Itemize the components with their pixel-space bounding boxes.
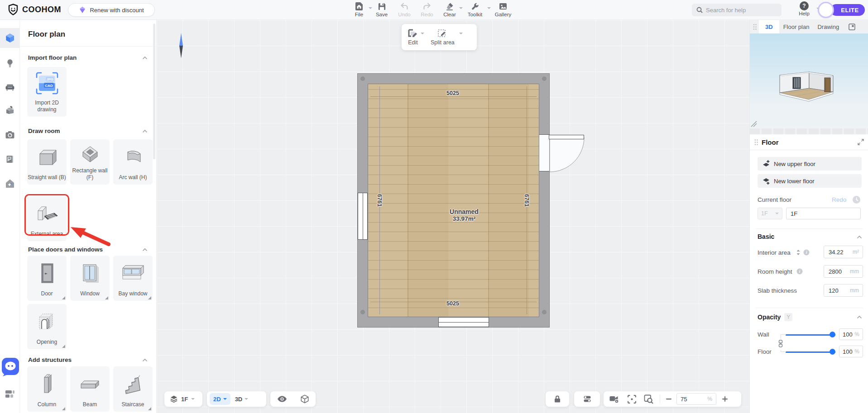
- floor-name-field[interactable]: [786, 208, 861, 219]
- opening-card[interactable]: Opening: [27, 304, 67, 349]
- floor-select-dropdown[interactable]: 1F: [758, 208, 782, 219]
- visibility-eye-icon[interactable]: [277, 394, 287, 404]
- help-search[interactable]: [692, 4, 782, 16]
- opening-more-icon[interactable]: [62, 345, 65, 348]
- preview-scroll-strip[interactable]: [750, 128, 868, 134]
- new-lower-floor-button[interactable]: New lower floor: [758, 174, 862, 188]
- structures-collapse-chevron-icon[interactable]: [142, 358, 148, 362]
- bottom-panel-button[interactable]: [5, 390, 15, 401]
- import-collapse-chevron-icon[interactable]: [142, 56, 148, 60]
- floor-name-input[interactable]: [786, 208, 860, 219]
- redo-button[interactable]: Redo: [416, 1, 438, 19]
- history-clock-icon[interactable]: [852, 195, 861, 204]
- toolkit-button[interactable]: Toolkit: [461, 1, 489, 19]
- search-input[interactable]: [706, 7, 774, 14]
- slab-thickness-input[interactable]: [824, 287, 846, 294]
- door-leaf[interactable]: [549, 135, 584, 139]
- bay-window-card[interactable]: Bay window: [113, 256, 153, 301]
- interior-area-info-icon[interactable]: i: [803, 249, 810, 256]
- draw-collapse-chevron-icon[interactable]: [142, 129, 148, 133]
- window-card[interactable]: Window: [70, 256, 110, 301]
- basic-collapse-chevron-icon[interactable]: [857, 235, 862, 239]
- column-card[interactable]: Column: [27, 366, 67, 412]
- drawing-canvas[interactable]: 5025 5025 6761 6761 Unnamed 33.97m² Edit…: [157, 20, 749, 413]
- arc-wall-card[interactable]: Arc wall (H): [113, 139, 153, 185]
- import-2d-drawing-card[interactable]: JPG CAD Import 2D drawing: [27, 67, 67, 117]
- zoom-region-icon[interactable]: [644, 394, 653, 404]
- interior-area-input[interactable]: [824, 249, 846, 256]
- chat-support-button[interactable]: [1, 357, 19, 379]
- wall-slider-thumb[interactable]: [830, 332, 835, 337]
- split-area-button[interactable]: Split area: [431, 29, 455, 46]
- staircase-more-icon[interactable]: [148, 407, 151, 410]
- door-card[interactable]: Door: [27, 256, 67, 301]
- rail-lighting-tool[interactable]: [0, 53, 20, 73]
- edit-button[interactable]: Edit: [408, 29, 418, 46]
- panel-scrollbar[interactable]: [153, 24, 155, 159]
- external-area-card[interactable]: External area: [27, 196, 67, 241]
- float-window-icon[interactable]: [849, 24, 855, 30]
- tab-floor-plan[interactable]: Floor plan: [779, 20, 814, 33]
- rail-ai-home-tool[interactable]: [0, 174, 20, 194]
- drag-handle-icon[interactable]: [753, 24, 757, 30]
- new-upper-floor-button[interactable]: New upper floor: [758, 157, 862, 171]
- tab-drawing[interactable]: Drawing: [813, 20, 843, 33]
- slab-thickness-field[interactable]: mm: [824, 284, 863, 297]
- rail-render-tool[interactable]: [0, 125, 20, 145]
- wall-corner-handle[interactable]: [542, 76, 547, 81]
- wall-opacity-slider[interactable]: [786, 332, 835, 338]
- dim-left-label[interactable]: 6761: [376, 194, 383, 207]
- save-button[interactable]: Save: [370, 1, 393, 19]
- dim-right-label[interactable]: 6761: [523, 194, 530, 207]
- help-button[interactable]: ? Help: [795, 1, 813, 16]
- avatar[interactable]: [818, 2, 834, 18]
- redo-floor-link[interactable]: Redo: [832, 196, 846, 203]
- mode-3d-button[interactable]: 3D: [235, 396, 249, 403]
- rail-furniture-tool[interactable]: [0, 77, 20, 97]
- window-left[interactable]: [358, 193, 368, 240]
- lock-button[interactable]: [546, 391, 569, 407]
- room-height-info-icon[interactable]: i: [796, 268, 803, 275]
- doors-collapse-chevron-icon[interactable]: [142, 248, 148, 252]
- renew-with-discount-button[interactable]: Renew with discount: [68, 3, 155, 17]
- drag-handle-icon[interactable]: [754, 139, 758, 146]
- straight-wall-card[interactable]: Straight wall (B): [27, 139, 67, 185]
- wall-corner-handle[interactable]: [542, 310, 547, 314]
- bay-window-more-icon[interactable]: [148, 296, 151, 299]
- dim-bottom-label[interactable]: 5025: [446, 300, 459, 307]
- expand-panel-icon[interactable]: [858, 139, 864, 145]
- zoom-level-input[interactable]: [681, 396, 697, 403]
- wall-slider-track[interactable]: [786, 334, 835, 336]
- display-settings-button[interactable]: [574, 391, 600, 407]
- window-more-icon[interactable]: [105, 296, 108, 299]
- sort-updown-icon[interactable]: [796, 249, 801, 256]
- staircase-card[interactable]: Staircase: [113, 366, 153, 412]
- rail-floorplan-tool[interactable]: [0, 28, 20, 48]
- link-opacity-toggle[interactable]: [777, 339, 784, 350]
- floor-slider-thumb[interactable]: [830, 349, 835, 355]
- zoom-out-button[interactable]: [666, 396, 672, 402]
- floor-opacity-slider[interactable]: [786, 349, 835, 355]
- clear-button[interactable]: Clear: [438, 1, 461, 19]
- account-area[interactable]: ELITE: [818, 2, 865, 18]
- room-height-input[interactable]: [824, 268, 846, 275]
- rail-drawing-tool[interactable]: [0, 149, 20, 169]
- zoom-level-box[interactable]: %: [676, 393, 716, 405]
- tab-3d[interactable]: 3D: [759, 20, 779, 33]
- door-opening[interactable]: [539, 134, 549, 171]
- wall-opacity-field[interactable]: 100 %: [839, 328, 863, 340]
- room-label[interactable]: Unnamed 33.97m²: [450, 208, 479, 222]
- preview-3d-viewport[interactable]: [750, 33, 868, 128]
- show-3d-objects-icon[interactable]: [300, 394, 309, 404]
- column-more-icon[interactable]: [62, 407, 65, 410]
- center-focus-icon[interactable]: [627, 394, 637, 404]
- walkthrough-camera-icon[interactable]: [609, 394, 620, 404]
- floor-selector[interactable]: 1F: [164, 391, 202, 407]
- dim-top-label[interactable]: 5025: [446, 90, 459, 96]
- room-floor[interactable]: [358, 74, 549, 327]
- mode-2d-button[interactable]: 2D: [210, 393, 230, 405]
- file-button[interactable]: File: [348, 1, 370, 19]
- window-bottom[interactable]: [438, 317, 489, 327]
- zoom-in-button[interactable]: [722, 396, 728, 402]
- beam-card[interactable]: Beam: [70, 366, 110, 412]
